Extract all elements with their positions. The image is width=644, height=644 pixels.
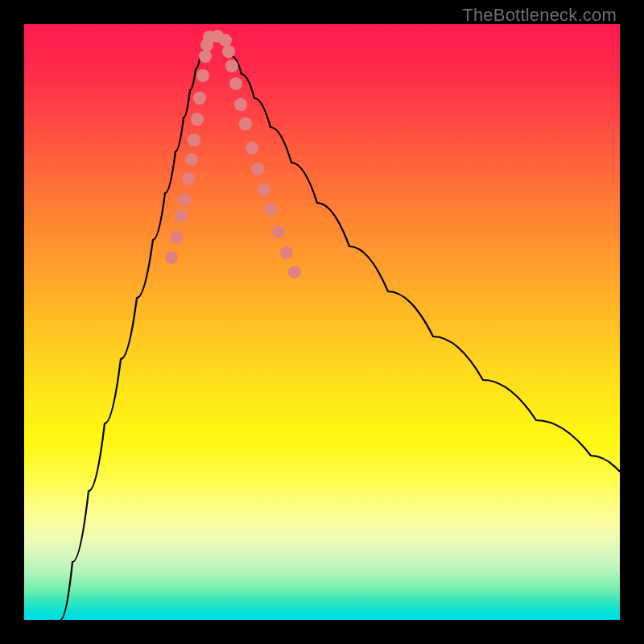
bead-marker <box>258 184 270 196</box>
bead-marker <box>196 69 209 82</box>
bead-marker <box>251 163 264 175</box>
bead-marker <box>246 142 258 155</box>
bead-marker <box>222 45 235 58</box>
bead-group <box>165 30 301 279</box>
left-curve <box>60 35 208 620</box>
bead-marker <box>165 251 178 264</box>
watermark-text: TheBottleneck.com <box>462 5 617 26</box>
bead-marker <box>264 203 277 216</box>
bead-marker <box>219 34 232 47</box>
bead-marker <box>272 225 285 238</box>
bead-marker <box>182 172 195 185</box>
bead-marker <box>175 209 188 222</box>
bead-marker <box>225 60 238 72</box>
bead-marker <box>229 77 242 90</box>
bead-marker <box>193 92 206 105</box>
bead-marker <box>199 50 212 63</box>
bead-marker <box>188 134 200 147</box>
bead-marker <box>288 266 301 279</box>
right-curve <box>217 35 620 472</box>
bead-marker <box>234 98 247 111</box>
bead-marker <box>191 113 204 126</box>
bead-marker <box>185 153 198 166</box>
bead-marker <box>280 246 293 259</box>
bead-marker <box>239 118 252 130</box>
chart-svg <box>24 24 620 620</box>
bead-marker <box>178 193 191 206</box>
bead-marker <box>170 231 183 244</box>
